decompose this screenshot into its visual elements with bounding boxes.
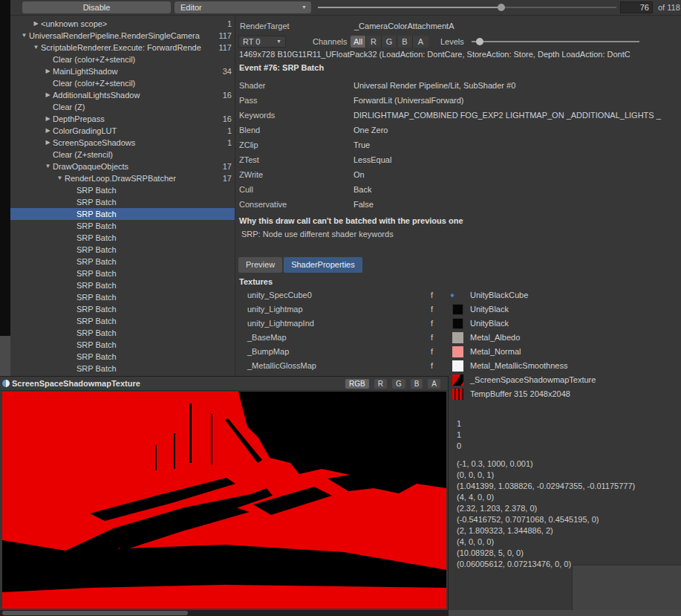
- tree-row[interactable]: ▶AdditionalLightsShadow16: [10, 89, 235, 101]
- preview-channel-rgb-button[interactable]: RGB: [345, 379, 369, 389]
- tree-row[interactable]: SRP Batch: [10, 256, 235, 268]
- tree-row[interactable]: SRP Batch: [10, 315, 235, 327]
- foldout-collapsed-icon[interactable]: ▶: [43, 113, 53, 125]
- target-selector-dropdown[interactable]: Editor ▼: [175, 1, 311, 13]
- tree-row[interactable]: SRP Batch: [10, 351, 235, 363]
- texture-name: Metal_Albedo: [470, 331, 520, 345]
- property-key: Pass: [239, 93, 353, 108]
- background-panel-corner: [572, 565, 681, 610]
- channel-g-button[interactable]: G: [382, 36, 397, 48]
- frame-slider[interactable]: [318, 0, 616, 15]
- texture-flag: f: [431, 302, 433, 317]
- scrollbar-handle[interactable]: [2, 611, 188, 615]
- texture-row[interactable]: unity_SpecCube0fUnityBlackCube: [235, 288, 681, 302]
- texture-property-name: _MetallicGlossMap: [247, 359, 316, 373]
- tree-row[interactable]: ▶<unknown scope>1: [10, 18, 235, 30]
- horizontal-scrollbar[interactable]: [0, 610, 681, 616]
- tree-row[interactable]: Clear (Z): [10, 101, 235, 113]
- tree-row[interactable]: SRP Batch: [10, 196, 235, 208]
- tree-row[interactable]: ▼DrawOpaqueObjects17: [10, 161, 235, 172]
- texture-row[interactable]: _MetallicGlossMapfMetal_MetallicSmoothne…: [235, 359, 681, 373]
- texture-property-name: unity_SpecCube0: [247, 288, 312, 302]
- preview-titlebar[interactable]: ScreenSpaceShadowmapTexture RGBRGBA: [0, 377, 448, 391]
- channel-r-button[interactable]: R: [366, 36, 382, 48]
- tree-row[interactable]: SRP Batch: [10, 327, 235, 339]
- tree-row[interactable]: ▶MainLightShadow34: [10, 65, 235, 77]
- tree-row-count: 17: [223, 161, 232, 172]
- foldout-collapsed-icon[interactable]: ▶: [43, 89, 53, 101]
- levels-slider-track[interactable]: [472, 41, 639, 42]
- texture-property-name: unity_Lightmap: [247, 302, 303, 317]
- tree-row[interactable]: SRP Batch: [10, 232, 235, 244]
- preview-channel-g-button[interactable]: G: [392, 379, 405, 389]
- tree-row-label: <unknown scope>: [41, 19, 107, 28]
- texture-thumbnail-icon: [452, 304, 463, 315]
- property-value: Back: [353, 185, 371, 194]
- texture-row[interactable]: unity_LightmapfUnityBlack: [235, 302, 681, 317]
- preview-channel-r-button[interactable]: R: [374, 379, 387, 389]
- tree-row[interactable]: Clear (Z+stencil): [10, 149, 235, 161]
- tree-row[interactable]: ▼ScriptableRenderer.Execute: ForwardRend…: [10, 42, 235, 54]
- levels-slider[interactable]: [472, 35, 639, 48]
- tree-row[interactable]: ▶ColorGradingLUT1: [10, 125, 235, 137]
- preview-channel-a-button[interactable]: A: [428, 379, 440, 389]
- tree-row[interactable]: SRP Batch: [10, 184, 235, 196]
- tree-row[interactable]: SRP Batch: [10, 208, 235, 220]
- foldout-expanded-icon[interactable]: ▼: [31, 42, 41, 54]
- tree-row-label: SRP Batch: [76, 340, 117, 349]
- rt-dropdown[interactable]: RT 0 ▼: [238, 36, 286, 48]
- tree-row-label: SRP Batch: [76, 245, 117, 254]
- vector-value: (10.08928, 5, 0, 0): [457, 548, 635, 559]
- tree-row[interactable]: SRP Batch: [10, 303, 235, 315]
- channel-all-button[interactable]: All: [351, 36, 366, 48]
- foldout-expanded-icon[interactable]: ▼: [19, 30, 29, 42]
- property-row: PassForwardLit (UniversalForward): [239, 93, 680, 108]
- scalar-value: 1: [457, 429, 461, 441]
- property-value: One Zero: [353, 126, 388, 134]
- foldout-expanded-icon[interactable]: ▼: [55, 172, 65, 184]
- tree-row[interactable]: SRP Batch: [10, 220, 235, 232]
- foldout-expanded-icon[interactable]: ▼: [43, 161, 53, 172]
- shadowmap-render: [2, 392, 446, 609]
- tree-row-label: UniversalRenderPipeline.RenderSingleCame…: [29, 31, 200, 40]
- tree-row[interactable]: ▶DepthPrepass16: [10, 113, 235, 125]
- chevron-down-icon: ▼: [276, 36, 281, 47]
- scalar-values-list: 110: [457, 418, 461, 452]
- vector-values-list: (-1, 0.3, 1000, 0.001)(0, 0, 0, 1)(1.041…: [457, 458, 635, 570]
- tab-preview[interactable]: Preview: [238, 257, 282, 273]
- foldout-collapsed-icon[interactable]: ▶: [43, 137, 53, 149]
- texture-row[interactable]: unity_LightmapIndfUnityBlack: [235, 317, 681, 331]
- tree-row[interactable]: ▼RenderLoop.DrawSRPBatcher17: [10, 172, 235, 184]
- tree-row[interactable]: SRP Batch: [10, 268, 235, 279]
- texture-name: Metal_MetallicSmoothness: [470, 359, 567, 373]
- tab-shaderproperties[interactable]: ShaderProperties: [284, 257, 362, 273]
- tree-row[interactable]: SRP Batch: [10, 339, 235, 351]
- tree-row[interactable]: SRP Batch: [10, 244, 235, 256]
- frame-slider-thumb[interactable]: [498, 4, 505, 11]
- foldout-collapsed-icon[interactable]: ▶: [43, 125, 53, 137]
- texture-row[interactable]: _BaseMapfMetal_Albedo: [235, 331, 681, 345]
- foldout-collapsed-icon[interactable]: ▶: [31, 18, 41, 30]
- tree-row[interactable]: SRP Batch: [10, 291, 235, 303]
- texture-thumbnail-icon: [452, 389, 463, 400]
- property-value: On: [353, 170, 365, 179]
- tree-row-label: SRP Batch: [76, 328, 117, 337]
- property-row: CullBack: [239, 182, 680, 197]
- tree-row-label: SRP Batch: [76, 352, 117, 361]
- disable-button[interactable]: Disable: [22, 1, 171, 13]
- tree-row[interactable]: SRP Batch: [10, 279, 235, 291]
- channel-a-button[interactable]: A: [413, 36, 429, 48]
- tree-row-label: Clear (color+Z+stencil): [53, 79, 135, 88]
- preview-channel-b-button[interactable]: B: [411, 379, 423, 389]
- tree-row[interactable]: SRP Batch: [10, 363, 235, 375]
- levels-slider-thumb[interactable]: [476, 38, 483, 45]
- foldout-collapsed-icon[interactable]: ▶: [43, 65, 53, 77]
- tree-row[interactable]: Clear (color+Z+stencil): [10, 54, 235, 65]
- channel-b-button[interactable]: B: [397, 36, 413, 48]
- texture-row[interactable]: _BumpMapfMetal_Normal: [235, 345, 681, 359]
- render-texture-icon: [2, 380, 10, 387]
- tree-row[interactable]: Clear (color+Z+stencil): [10, 77, 235, 89]
- tree-row[interactable]: ▶ScreenSpaceShadows1: [10, 137, 235, 149]
- tree-row[interactable]: ▼UniversalRenderPipeline.RenderSingleCam…: [10, 30, 235, 42]
- frame-number-field[interactable]: [620, 1, 653, 13]
